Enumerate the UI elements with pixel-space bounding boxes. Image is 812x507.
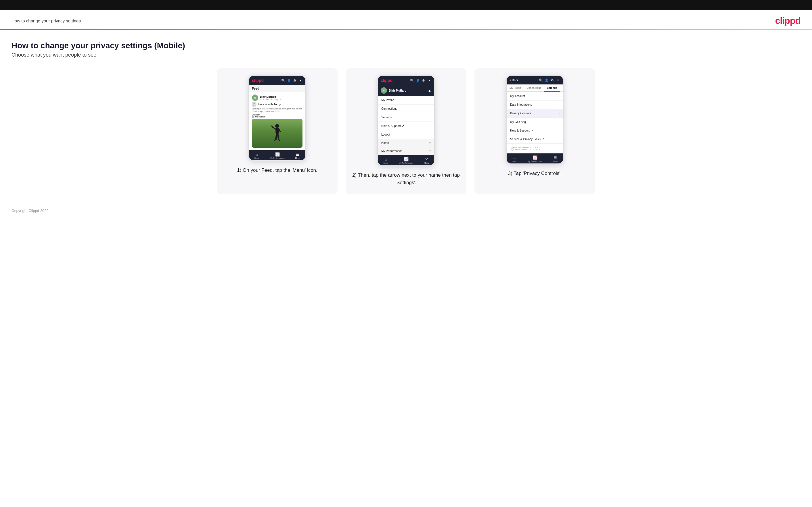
menu-item-myprofile[interactable]: My Profile <box>378 96 434 105</box>
feed-post-meta: Yesterday · Sunningdale <box>260 98 282 100</box>
phone2-icons: 🔍 👤 ⚙ ▾ <box>410 78 431 82</box>
menu-icon-3: ☰ <box>554 155 557 160</box>
step3-caption: 3) Tap 'Privacy Controls'. <box>508 170 562 177</box>
phone3-bottom-nav: ⌂ Home 📈 My Performance ☰ Menu <box>507 153 563 163</box>
phone-mockup-3: < Back 🔍 👤 ⚙ ▾ My Profile Connections Se… <box>506 75 564 164</box>
home-icon-2: ⌂ <box>385 157 387 161</box>
menu-screen: My Profile Connections Settings Help & S… <box>378 96 434 155</box>
page-header: How to change your privacy settings clip… <box>0 10 812 29</box>
menu-settings-label: Settings <box>381 116 392 119</box>
nav-home-label: Home <box>254 157 260 159</box>
phone3-icons: 🔍 👤 ⚙ ▾ <box>539 78 560 82</box>
svg-line-5 <box>276 134 276 139</box>
search-icon-2: 🔍 <box>410 78 414 82</box>
golfer-svg <box>270 123 285 148</box>
menu-item-helpsupport[interactable]: Help & Support ↗ <box>378 122 434 130</box>
feed-user-info: Blair McHarg Yesterday · Sunningdale <box>260 95 282 100</box>
phone1-logo: clippd <box>252 78 264 83</box>
steps-container: clippd 🔍 👤 ⚙ ▾ Feed B Blair McHarg <box>11 68 801 194</box>
svg-line-2 <box>272 127 275 129</box>
privacycontrols-chevron: › <box>559 112 560 115</box>
nav2-performance-label: My Performance <box>399 162 413 164</box>
nav3-home-label: Home <box>512 160 517 162</box>
page-label: How to change your privacy settings <box>11 18 81 23</box>
nav-menu: ☰ Menu <box>295 152 300 159</box>
copyright-text: Copyright Clippd 2022 <box>11 209 49 213</box>
main-content: How to change your privacy settings (Mob… <box>0 30 812 200</box>
settings-dataintegrations[interactable]: Data Integrations › <box>507 101 563 109</box>
menu-connections-label: Connections <box>381 107 397 110</box>
back-button[interactable]: < Back <box>509 79 518 82</box>
home-icon: ⌂ <box>256 152 258 157</box>
settings-mygolfbag[interactable]: My Golf Bag › <box>507 118 563 126</box>
settings-icon-3: ⚙ <box>550 78 554 82</box>
myaccount-chevron: › <box>559 95 560 98</box>
menu-section-performance[interactable]: My Performance ▾ <box>378 147 434 155</box>
menu-item-settings[interactable]: Settings <box>378 113 434 122</box>
feed-description: Looking to feel like my hands are exitin… <box>252 107 303 113</box>
helpsupport-label: Help & Support ↗ <box>510 129 533 132</box>
nav2-menu: ✕ Menu <box>424 157 429 164</box>
user-icon: 👤 <box>287 78 291 82</box>
chevron-down-icon-2: ▾ <box>427 78 431 82</box>
nav3-performance-label: My Performance <box>527 160 542 162</box>
tab-myprofile[interactable]: My Profile <box>507 84 524 92</box>
nav2-menu-label: Menu <box>424 162 429 164</box>
nav3-menu: ☰ Menu <box>553 155 558 162</box>
phone1-topbar: clippd 🔍 👤 ⚙ ▾ <box>249 76 305 85</box>
menu-section-home[interactable]: Home ▾ <box>378 139 434 147</box>
tab-settings[interactable]: Settings <box>544 84 560 92</box>
phone1-bottom-nav: ⌂ Home 📈 My Performance ☰ Menu <box>249 150 305 160</box>
phone2-topbar: clippd 🔍 👤 ⚙ ▾ <box>378 76 434 85</box>
step-1-card: clippd 🔍 👤 ⚙ ▾ Feed B Blair McHarg <box>217 68 338 194</box>
mygolfbag-chevron: › <box>559 120 560 123</box>
menu-icon: ☰ <box>296 152 299 157</box>
nav-performance: 📈 My Performance <box>270 152 285 159</box>
nav2-performance: 📈 My Performance <box>399 157 413 164</box>
footer-line1: Clippd Client Version: 2022.8-3-3 <box>510 147 560 149</box>
svg-line-3 <box>271 125 272 127</box>
step-3-card: < Back 🔍 👤 ⚙ ▾ My Profile Connections Se… <box>474 68 595 194</box>
svg-point-0 <box>275 124 279 128</box>
home-chevron-icon: ▾ <box>429 141 431 145</box>
feed-username: Blair McHarg <box>260 95 282 98</box>
menu-logout-label: Logout <box>381 133 390 136</box>
menu-item-logout[interactable]: Logout <box>378 130 434 139</box>
menu-username: Blair McHarg <box>389 89 407 92</box>
lesson-icon: 🏌 <box>252 102 256 107</box>
svg-line-7 <box>274 139 276 140</box>
golf-image <box>252 119 303 148</box>
settings-privacycontrols[interactable]: Privacy Controls › <box>507 109 563 118</box>
page-subheading: Choose what you want people to see <box>11 52 801 58</box>
page-footer: Copyright Clippd 2022 <box>0 200 812 219</box>
mygolfbag-label: My Golf Bag <box>510 120 526 123</box>
user-icon-2: 👤 <box>416 78 420 82</box>
nav2-home: ⌂ Home <box>383 157 389 164</box>
feed-duration: Duration 01 hr : 30 min <box>252 114 303 118</box>
tab-connections[interactable]: Connections <box>524 84 544 92</box>
dataintegrations-chevron: › <box>559 103 560 106</box>
dataintegrations-label: Data Integrations <box>510 103 532 106</box>
menu-item-connections[interactable]: Connections <box>378 105 434 113</box>
settings-myaccount[interactable]: My Account › <box>507 92 563 101</box>
close-icon: ✕ <box>425 157 428 161</box>
chevron-down-icon-3: ▾ <box>556 78 560 82</box>
svg-line-4 <box>279 129 281 131</box>
feed-tab: Feed <box>249 85 305 92</box>
nav-menu-label: Menu <box>295 157 300 159</box>
clippd-logo: clippd <box>775 15 801 26</box>
feed-lesson-title: Lesson with Fordy <box>258 103 281 106</box>
top-black-bar <box>0 0 812 10</box>
settings-back-bar: < Back 🔍 👤 ⚙ ▾ <box>507 76 563 84</box>
menu-home-label: Home <box>381 141 389 145</box>
settings-helpsupport[interactable]: Help & Support ↗ <box>507 126 563 135</box>
settings-serviceprivacy[interactable]: Service & Privacy Policy ↗ <box>507 135 563 144</box>
menu-perf-label: My Performance <box>381 149 402 153</box>
user-icon-3: 👤 <box>545 78 549 82</box>
settings-list: My Account › Data Integrations › Privacy… <box>507 92 563 144</box>
duration-label: Duration <box>252 114 260 116</box>
chart-icon-3: 📈 <box>533 155 538 160</box>
svg-rect-1 <box>275 128 278 134</box>
step-2-card: clippd 🔍 👤 ⚙ ▾ B Blair McHarg ▲ <box>346 68 466 194</box>
search-icon: 🔍 <box>281 78 285 82</box>
